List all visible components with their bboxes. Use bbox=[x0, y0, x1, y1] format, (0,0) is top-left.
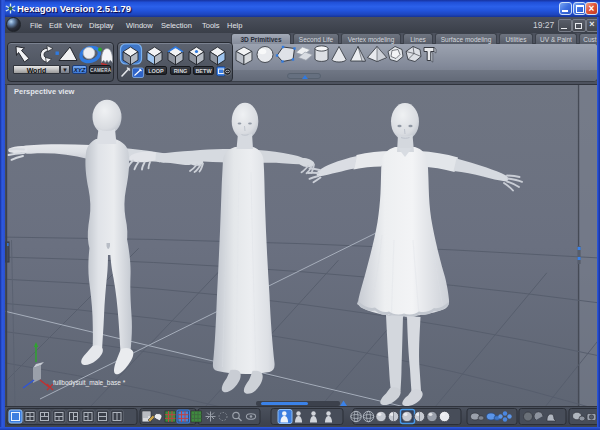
svg-text:fullbodysuit_male_base *: fullbodysuit_male_base * bbox=[53, 379, 126, 387]
svg-text:Perspective view: Perspective view bbox=[14, 87, 75, 96]
